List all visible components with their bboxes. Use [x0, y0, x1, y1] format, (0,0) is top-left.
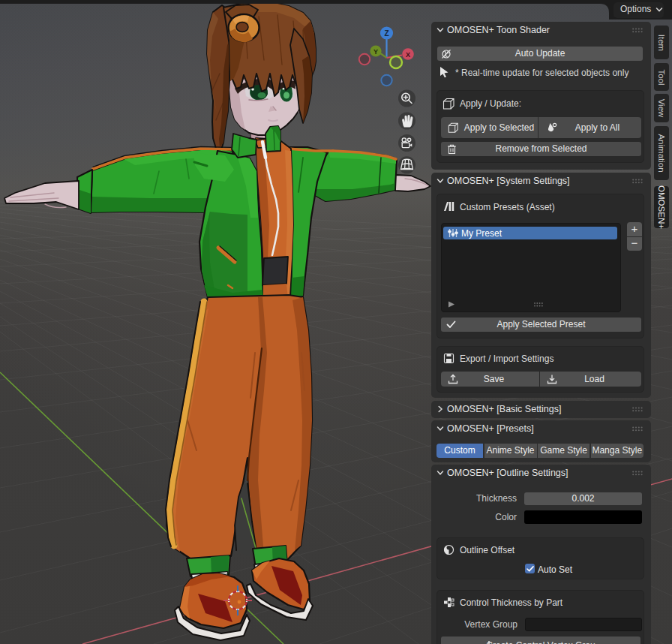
svg-text:Y: Y	[374, 48, 378, 56]
svg-text:Z: Z	[384, 29, 388, 38]
svg-text:X: X	[406, 51, 410, 59]
